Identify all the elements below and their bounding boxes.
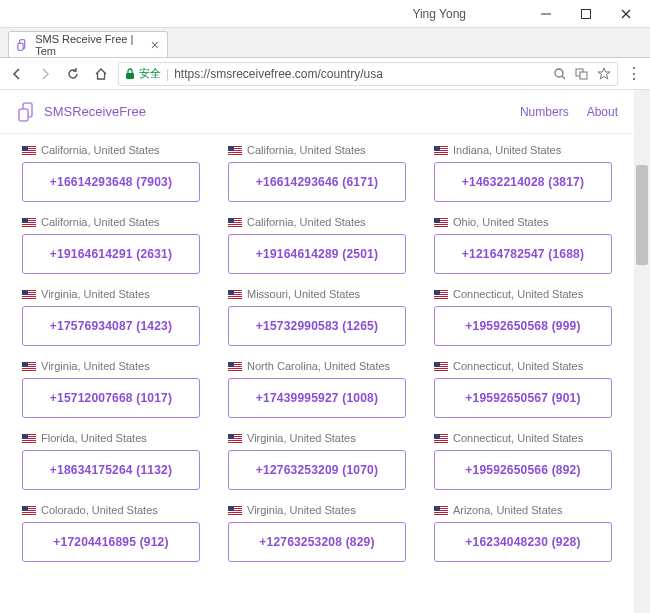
number-location: Arizona, United States [434,504,612,516]
svg-rect-118 [434,511,448,512]
nav-link-numbers[interactable]: Numbers [520,105,569,119]
browser-menu-button[interactable]: ⋮ [624,64,644,83]
svg-rect-106 [22,511,36,512]
number-location: California, United States [22,216,200,228]
phone-count-text: (999) [552,319,581,333]
svg-rect-6 [126,73,134,79]
close-icon [620,8,632,20]
location-text: California, United States [247,216,366,228]
svg-rect-36 [22,218,28,223]
favicon-icon [17,38,29,52]
phone-count-text: (928) [552,535,581,549]
translate-icon[interactable] [575,67,589,81]
phone-number-button[interactable]: +19164614289 (2501) [228,234,406,274]
phone-number-button[interactable]: +16614293646 (6171) [228,162,406,202]
phone-number-button[interactable]: +19592650566 (892) [434,450,612,490]
number-location: Connecticut, United States [434,432,612,444]
phone-number-button[interactable]: +19592650567 (901) [434,378,612,418]
location-text: Florida, United States [41,432,147,444]
nav-home-button[interactable] [90,63,112,85]
phone-number-button[interactable]: +17439995927 (1008) [228,378,406,418]
svg-rect-66 [434,290,440,295]
flag-us-icon [22,146,36,155]
svg-rect-30 [434,146,440,151]
svg-rect-28 [434,151,448,152]
phone-number-button[interactable]: +17204416895 (912) [22,522,200,562]
number-cell: Florida, United States+18634175264 (1132… [22,432,200,490]
search-engine-icon[interactable] [553,67,567,81]
svg-rect-46 [434,223,448,224]
svg-rect-88 [22,439,36,440]
address-bar[interactable]: 安全 | https://smsreceivefree.com/country/… [118,62,618,86]
location-text: Virginia, United States [247,432,356,444]
phone-number-text: +17576934087 [50,319,133,333]
number-location: Indiana, United States [434,144,612,156]
phone-number-button[interactable]: +17576934087 (1423) [22,306,200,346]
phone-number-button[interactable]: +16234048230 (928) [434,522,612,562]
tab-close-button[interactable]: × [151,37,159,53]
phone-number-text: +19164614289 [256,247,339,261]
phone-number-button[interactable]: +15712007668 (1017) [22,378,200,418]
number-cell: California, United States+16614293646 (6… [228,144,406,202]
window-minimize-button[interactable] [526,0,566,28]
number-location: Connecticut, United States [434,360,612,372]
tab-title: SMS Receive Free | Tem [35,33,141,57]
number-cell: Connecticut, United States+19592650567 (… [434,360,612,418]
secure-badge: 安全 [125,66,161,81]
svg-rect-24 [228,146,234,151]
svg-rect-35 [22,225,36,226]
svg-rect-60 [228,290,234,295]
flag-us-icon [228,290,242,299]
window-maximize-button[interactable] [566,0,606,28]
nav-forward-button[interactable] [34,63,56,85]
flag-us-icon [228,146,242,155]
svg-rect-84 [434,362,440,367]
browser-tab[interactable]: SMS Receive Free | Tem × [8,31,168,57]
site-logo[interactable]: SMSReceiveFree [16,101,146,123]
location-text: Colorado, United States [41,504,158,516]
scrollbar-thumb[interactable] [636,165,648,265]
svg-rect-107 [22,513,36,514]
svg-rect-113 [228,513,242,514]
phone-count-text: (1688) [548,247,584,261]
window-close-button[interactable] [606,0,646,28]
nav-reload-button[interactable] [62,63,84,85]
number-location: Virginia, United States [228,432,406,444]
svg-rect-83 [434,369,448,370]
phone-number-button[interactable]: +19592650568 (999) [434,306,612,346]
svg-rect-96 [228,434,234,439]
phone-number-button[interactable]: +18634175264 (1132) [22,450,200,490]
nav-link-about[interactable]: About [587,105,618,119]
phone-number-button[interactable]: +12763253209 (1070) [228,450,406,490]
flag-us-icon [434,218,448,227]
number-cell: California, United States+19164614291 (2… [22,216,200,274]
phone-number-button[interactable]: +14632214028 (3817) [434,162,612,202]
phone-count-text: (912) [140,535,169,549]
phone-count-text: (7903) [136,175,172,189]
phone-number-button[interactable]: +16614293648 (7903) [22,162,200,202]
number-cell: Virginia, United States+15712007668 (101… [22,360,200,418]
phone-number-button[interactable]: +19164614291 (2631) [22,234,200,274]
location-text: Virginia, United States [41,288,150,300]
nav-back-button[interactable] [6,63,28,85]
location-text: Ohio, United States [453,216,548,228]
location-text: California, United States [247,144,366,156]
bookmark-star-icon[interactable] [597,67,611,81]
scrollbar-track[interactable] [634,90,650,613]
flag-us-icon [434,290,448,299]
svg-rect-70 [22,367,36,368]
svg-rect-58 [228,295,242,296]
phone-number-text: +19592650568 [465,319,548,333]
phone-number-button[interactable]: +12763253208 (829) [228,522,406,562]
phone-number-text: +12164782547 [462,247,545,261]
phone-number-text: +18634175264 [50,463,133,477]
svg-rect-108 [22,506,28,511]
svg-rect-22 [228,151,242,152]
number-location: California, United States [228,216,406,228]
flag-us-icon [228,362,242,371]
location-text: California, United States [41,216,160,228]
svg-rect-10 [580,72,587,79]
location-text: Virginia, United States [41,360,150,372]
phone-number-button[interactable]: +15732990583 (1265) [228,306,406,346]
phone-number-button[interactable]: +12164782547 (1688) [434,234,612,274]
